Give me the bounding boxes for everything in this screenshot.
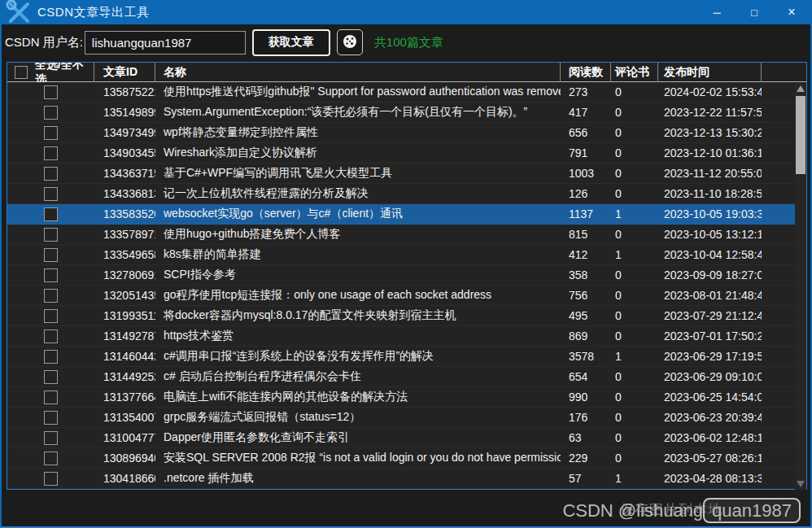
article-title-cell: System.ArgumentException:“该委托必须有一个目标(且仅有…: [155, 103, 561, 123]
table-row[interactable]: 134336813记一次上位机软件线程泄露的分析及解决12602023-11-1…: [7, 184, 806, 204]
scroll-down-icon[interactable]: [795, 478, 806, 490]
row-checkbox[interactable]: [44, 268, 58, 282]
table-row[interactable]: 135875221使用https推送代码到github报" Support fo…: [7, 82, 806, 103]
row-checkbox[interactable]: [44, 146, 58, 160]
row-select-cell: [7, 326, 94, 347]
row-checkbox[interactable]: [44, 228, 58, 242]
header-reads[interactable]: 阅读数: [561, 63, 611, 82]
row-checkbox[interactable]: [44, 391, 58, 404]
table-row[interactable]: 131004777Dapper使用匿名参数化查询不走索引6302023-06-0…: [7, 428, 806, 448]
row-checkbox[interactable]: [44, 472, 58, 486]
reads-cell: 273: [561, 82, 611, 103]
date-cell: 2023-08-01 21:48:41: [658, 286, 762, 306]
table-row[interactable]: 134363715基于C#+WPF编写的调用讯飞星火大模型工具100302023…: [7, 164, 806, 184]
row-select-cell: [7, 204, 94, 225]
table-row[interactable]: 131377664电脑连上wifi不能连接内网的其他设备的解决方法9900202…: [7, 387, 806, 408]
table-row[interactable]: 133583520websocket实现go（server）与c#（client…: [7, 204, 806, 225]
date-cell: 2023-05-27 08:26:10: [658, 448, 762, 469]
article-id-cell: 132780691: [94, 265, 155, 286]
article-title-cell: Wireshark添加自定义协议解析: [155, 143, 561, 164]
header-title[interactable]: 名称: [155, 63, 561, 82]
table-row[interactable]: 134903455Wireshark添加自定义协议解析79102023-12-1…: [7, 143, 806, 164]
row-checkbox[interactable]: [44, 106, 58, 120]
table-row[interactable]: 132051435go程序使用tcp短连接报：only one usage of…: [7, 286, 806, 306]
cookie-button[interactable]: [337, 29, 363, 55]
select-all-checkbox[interactable]: [15, 66, 28, 79]
table-row[interactable]: 135149899System.ArgumentException:“该委托必须…: [7, 103, 806, 123]
row-checkbox[interactable]: [44, 167, 58, 181]
row-checkbox[interactable]: [44, 187, 58, 201]
row-checkbox[interactable]: [44, 350, 58, 364]
header-comments[interactable]: 评论书: [611, 63, 658, 82]
article-title-cell: SCPI指令参考: [155, 265, 561, 286]
row-select-cell: [7, 306, 94, 326]
reads-cell: 417: [561, 103, 611, 123]
article-title-cell: https技术鉴赏: [155, 326, 561, 347]
row-select-cell: [7, 164, 94, 184]
row-checkbox[interactable]: [44, 85, 58, 99]
table-row[interactable]: 130896940安装SQL SERVER 2008 R2报 “is not a…: [7, 448, 806, 469]
article-title-cell: 使用https推送代码到github报" Support for passwor…: [155, 82, 561, 103]
article-title-cell: Dapper使用匿名参数化查询不走索引: [155, 428, 561, 448]
reads-cell: 176: [561, 408, 611, 428]
table-row[interactable]: 131449252c# 启动后台控制台程序进程偶尔会卡住65402023-06-…: [7, 367, 806, 387]
table-row[interactable]: 134973499wpf将静态变量绑定到控件属性65602023-12-13 1…: [7, 123, 806, 143]
close-button[interactable]: ×: [773, 0, 810, 24]
toolbar: CSDN 用户名: 获取文章 共100篇文章: [2, 24, 810, 60]
table-row[interactable]: 133549658k8s集群的简单搭建41212023-10-04 12:58:…: [7, 245, 806, 265]
row-checkbox[interactable]: [44, 329, 58, 343]
scroll-up-icon[interactable]: [795, 83, 806, 94]
reads-cell: 656: [561, 123, 611, 143]
articles-table: 全选/全不选文章ID名称阅读数评论书发布时间 135875221使用https推…: [7, 62, 807, 490]
minimize-button[interactable]: ─: [698, 0, 736, 24]
vertical-scrollbar[interactable]: [795, 83, 806, 490]
row-select-cell: [7, 82, 94, 103]
row-checkbox[interactable]: [44, 309, 58, 323]
maximize-button[interactable]: □: [736, 0, 773, 24]
article-title-cell: 基于C#+WPF编写的调用讯飞星火大模型工具: [155, 164, 561, 184]
table-row[interactable]: 133578971使用hugo+github搭建免费个人博客81502023-1…: [7, 225, 806, 245]
username-input[interactable]: [85, 31, 246, 55]
article-title-cell: go程序使用tcp短连接报：only one usage of each soc…: [155, 286, 561, 306]
article-title-cell: 使用hugo+github搭建免费个人博客: [155, 225, 561, 245]
header-article-id[interactable]: 文章ID: [94, 63, 155, 82]
header-select-all[interactable]: 全选/全不选: [7, 63, 94, 82]
row-checkbox[interactable]: [44, 452, 58, 465]
table-row[interactable]: 131354007grpc服务端流式返回报错（status=12）1760202…: [7, 408, 806, 428]
date-cell: 2023-06-29 09:10:03: [658, 367, 762, 387]
row-checkbox[interactable]: [44, 248, 58, 262]
cookie-icon: [342, 33, 358, 52]
fetch-articles-button[interactable]: 获取文章: [252, 29, 330, 56]
date-cell: 2023-10-05 19:03:33: [658, 204, 762, 225]
reads-cell: 63: [561, 428, 611, 448]
row-select-cell: [7, 245, 94, 265]
table-row[interactable]: 131993511将docker容器内mysql:8.0.17的配置文件夹映射到…: [7, 306, 806, 326]
row-checkbox[interactable]: [44, 207, 58, 221]
table-row[interactable]: 131492787https技术鉴赏86902023-07-01 17:50:2…: [7, 326, 806, 347]
comments-cell: 0: [611, 326, 658, 347]
article-title-cell: grpc服务端流式返回报错（status=12）: [155, 408, 561, 428]
comments-cell: 0: [611, 184, 658, 204]
article-id-cell: 133583520: [94, 204, 155, 225]
table-header-row: 全选/全不选文章ID名称阅读数评论书发布时间: [7, 63, 806, 82]
app-window: CSDN文章导出工具 ─ □ × CSDN 用户名: 获取文章 共100篇: [0, 0, 812, 528]
row-checkbox[interactable]: [44, 289, 58, 303]
article-id-cell: 131377664: [94, 387, 155, 408]
row-checkbox[interactable]: [44, 126, 58, 140]
header-date[interactable]: 发布时间: [658, 63, 762, 82]
article-id-cell: 131492787: [94, 326, 155, 347]
date-cell: 2024-02-02 15:53:42: [658, 82, 762, 103]
table-row[interactable]: 131460442c#调用串口报“连到系统上的设备没有发挥作用”的解决35781…: [7, 347, 806, 367]
row-checkbox[interactable]: [44, 370, 58, 384]
table-row[interactable]: 132780691SCPI指令参考35802023-09-09 18:27:08: [7, 265, 806, 286]
row-checkbox[interactable]: [44, 431, 58, 445]
row-select-cell: [7, 103, 94, 123]
table-row[interactable]: 130418660.netcore 插件加载5712023-04-28 08:1…: [7, 469, 806, 489]
article-title-cell: wpf将静态变量绑定到控件属性: [155, 123, 561, 143]
csdn-watermark: CSDN @lishuangquan1987: [562, 500, 801, 521]
article-id-cell: 131993511: [94, 306, 155, 326]
scrollbar-thumb[interactable]: [796, 96, 805, 174]
reads-cell: 756: [561, 286, 611, 306]
row-checkbox[interactable]: [44, 411, 58, 425]
comments-cell: 1: [611, 204, 658, 225]
